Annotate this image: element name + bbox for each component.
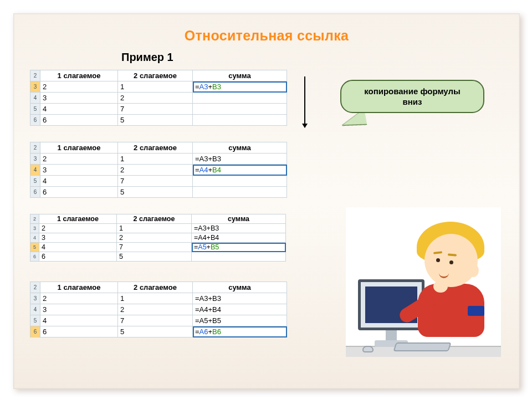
cell: 6 xyxy=(40,187,118,198)
cell: 1 xyxy=(118,293,193,304)
cell: 1 xyxy=(118,81,193,93)
slide-title: Относительная ссылка xyxy=(13,28,520,44)
cell: 2 xyxy=(40,293,118,304)
arrow-down-icon xyxy=(304,76,305,127)
callout-line2: вниз xyxy=(403,97,422,106)
row-header: 3 xyxy=(30,154,40,165)
cell: 1 xyxy=(117,224,192,233)
cell: 2 xyxy=(40,81,118,93)
cell xyxy=(192,252,286,262)
cell: 3 xyxy=(40,93,118,104)
cell: 2 xyxy=(39,224,117,233)
cell: 6 xyxy=(40,326,118,337)
row-header: 6 xyxy=(30,115,40,126)
row-header: 3 xyxy=(30,293,40,304)
row-header: 4 xyxy=(30,93,40,104)
cell: 5 xyxy=(118,187,193,198)
cell: 7 xyxy=(118,176,193,187)
cell: 7 xyxy=(118,315,193,326)
slide: Относительная ссылка Пример 1 2 1 слагае… xyxy=(13,13,520,389)
col-header-c: сумма xyxy=(193,142,287,154)
cell: 4 xyxy=(40,176,118,187)
cell: =A5+B5 xyxy=(193,315,287,326)
cell: 5 xyxy=(118,115,193,126)
cell: =A4+B4 xyxy=(193,304,287,315)
active-cell: =A5+B5 xyxy=(192,243,286,252)
cell xyxy=(193,93,287,104)
row-header: 3 xyxy=(30,224,39,233)
col-header-c: сумма xyxy=(193,282,287,293)
cell: =A4+B4 xyxy=(192,233,286,243)
row-header: 6 xyxy=(30,252,39,262)
row-header: 4 xyxy=(30,165,40,176)
row-header: 5 xyxy=(30,176,40,187)
row-header: 5 xyxy=(30,104,40,115)
cell: 6 xyxy=(39,252,117,262)
row-header: 6 xyxy=(30,187,40,198)
cell xyxy=(193,187,287,198)
callout-line1: копирование формулы xyxy=(364,86,461,96)
row-header: 4 xyxy=(30,304,40,315)
cell xyxy=(193,176,287,187)
cell: 3 xyxy=(39,233,117,243)
sheet-step-3: 2 1 слагаемое 2 слагаемое сумма 3 2 1 =A… xyxy=(30,214,286,262)
col-header-b: 2 слагаемое xyxy=(118,70,193,81)
cell: 2 xyxy=(117,233,192,243)
row-header: 2 xyxy=(30,142,40,154)
cell: 2 xyxy=(118,93,193,104)
col-header-b: 2 слагаемое xyxy=(117,214,192,224)
slide-subtitle: Пример 1 xyxy=(121,51,173,64)
cell: 2 xyxy=(118,304,193,315)
cell: 2 xyxy=(40,154,118,165)
row-header: 6 xyxy=(30,326,40,337)
cell: 7 xyxy=(117,243,192,252)
callout-copy-down: копирование формулы вниз xyxy=(340,80,484,113)
col-header-c: сумма xyxy=(193,70,287,81)
cell: 4 xyxy=(40,315,118,326)
col-header-a: 1 слагаемое xyxy=(40,282,118,293)
col-header-a: 1 слагаемое xyxy=(40,142,118,154)
row-header: 2 xyxy=(30,214,39,224)
boy-with-computer-illustration xyxy=(346,207,501,357)
cell: 6 xyxy=(40,115,118,126)
cell: 3 xyxy=(40,165,118,176)
cell: 2 xyxy=(118,165,193,176)
row-header: 4 xyxy=(30,233,39,243)
sheet-step-2: 2 1 слагаемое 2 слагаемое сумма 3 2 1 =A… xyxy=(30,142,287,198)
cell: 5 xyxy=(118,326,193,337)
col-header-a: 1 слагаемое xyxy=(39,214,117,224)
row-header: 2 xyxy=(30,70,40,81)
cell: 4 xyxy=(39,243,117,252)
cell: 5 xyxy=(117,252,192,262)
row-header: 5 xyxy=(30,243,39,252)
cell xyxy=(193,115,287,126)
cell xyxy=(193,104,287,115)
row-header: 3 xyxy=(30,81,40,93)
active-cell: =A4+B4 xyxy=(193,165,287,176)
cell: 4 xyxy=(40,104,118,115)
cell: =A3+B3 xyxy=(193,154,287,165)
row-header: 5 xyxy=(30,315,40,326)
sheet-step-1: 2 1 слагаемое 2 слагаемое сумма 3 2 1 =A… xyxy=(30,70,287,126)
col-header-b: 2 слагаемое xyxy=(118,282,193,293)
col-header-b: 2 слагаемое xyxy=(118,142,193,154)
cell: =A3+B3 xyxy=(193,293,287,304)
cell: 1 xyxy=(118,154,193,165)
col-header-c: сумма xyxy=(192,214,286,224)
cell: 7 xyxy=(118,104,193,115)
col-header-a: 1 слагаемое xyxy=(40,70,118,81)
cell: 3 xyxy=(40,304,118,315)
row-header: 2 xyxy=(30,282,40,293)
active-cell: =A3+B3 xyxy=(193,81,287,93)
cell: =A3+B3 xyxy=(192,224,286,233)
sheet-step-4: 2 1 слагаемое 2 слагаемое сумма 3 2 1 =A… xyxy=(30,282,287,337)
active-cell: =A6+B6 xyxy=(193,326,287,337)
